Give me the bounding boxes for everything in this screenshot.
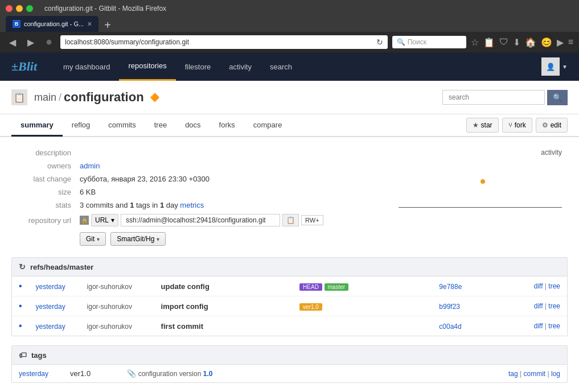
gear-icon: ⚙ [542, 121, 548, 129]
repo-search-input[interactable] [442, 90, 545, 105]
diff-link[interactable]: diff [534, 322, 543, 330]
copy-url-button[interactable]: 📋 [282, 214, 299, 226]
tab-summary[interactable]: summary [11, 115, 63, 137]
edit-label: edit [551, 121, 561, 129]
active-tab[interactable]: B configuration.git - G... × [6, 16, 98, 32]
commit-dot-icon: • [19, 321, 22, 331]
smartgit-label: SmartGit/Hg [117, 235, 154, 243]
last-change-row: last change суббота, января 23, 2016 23:… [11, 175, 381, 183]
star-button[interactable]: ★ star [466, 118, 499, 133]
nav-filestore[interactable]: filestore [176, 52, 220, 81]
tab-forks[interactable]: forks [210, 115, 244, 137]
app-logo[interactable]: ±Blit [11, 59, 37, 74]
nav-activity[interactable]: activity [220, 52, 261, 81]
browser-tabs: B configuration.git - G... × + [6, 16, 573, 32]
new-tab-button[interactable]: + [100, 19, 116, 32]
youtube-icon[interactable]: ▶ [557, 37, 564, 48]
menu-icon[interactable]: ≡ [568, 37, 573, 47]
back-button[interactable]: ◀ [6, 37, 19, 48]
owners-value: admin [80, 162, 381, 170]
commit-author: igor-suhorukov [87, 283, 132, 291]
shield-icon[interactable]: 🛡 [499, 37, 508, 47]
home-button[interactable]: ⊕ [42, 38, 56, 46]
refs-section: ↻ refs/heads/master • yesterday igor-suh… [11, 257, 568, 336]
repo-owner[interactable]: main [34, 92, 56, 104]
maximize-button[interactable] [26, 5, 33, 12]
browser-title: configuration.git - Gitblit - Mozilla Fi… [44, 5, 166, 13]
breadcrumb-separator: / [59, 92, 61, 104]
commit-date[interactable]: yesterday [36, 283, 65, 291]
download-icon[interactable]: ⬇ [513, 37, 520, 48]
activity-title: activity [399, 148, 562, 156]
url-type-button[interactable]: URL ▾ [91, 214, 118, 226]
tree-link[interactable]: tree [548, 322, 560, 330]
tab-close-icon[interactable]: × [87, 19, 92, 28]
diff-link[interactable]: diff [534, 282, 543, 290]
rss-icon[interactable]: 🔶 [150, 93, 159, 102]
address-text: localhost:8080/summary/configuration.git [65, 38, 374, 46]
tag-name: ver1.0 [70, 369, 91, 378]
home-icon2[interactable]: 🏠 [525, 37, 536, 48]
git-clone-button[interactable]: Git ▾ [80, 232, 106, 246]
close-button[interactable] [6, 5, 13, 12]
chevron-down-icon: ▼ [562, 64, 568, 70]
smartgit-button[interactable]: SmartGit/Hg ▾ [110, 232, 166, 246]
user-menu[interactable]: 👤 ▼ [541, 57, 568, 76]
commit-hash[interactable]: b99f23 [439, 303, 460, 311]
bookmark-icon[interactable]: ☆ [471, 37, 479, 48]
browser-buttons [6, 5, 33, 12]
repo-tabs: summary reflog commits tree docs forks c… [0, 114, 579, 137]
minimize-button[interactable] [16, 5, 23, 12]
address-bar[interactable]: localhost:8080/summary/configuration.git… [60, 35, 388, 49]
badge-master[interactable]: master [325, 283, 349, 291]
activity-baseline [399, 207, 562, 208]
nav-repositories[interactable]: repositories [119, 52, 175, 81]
logo-text: Blit [18, 59, 37, 73]
metrics-link[interactable]: metrics [180, 201, 204, 209]
nav-dashboard[interactable]: my dashboard [54, 52, 119, 81]
commit-date[interactable]: yesterday [36, 323, 65, 331]
description-row: description [11, 148, 381, 157]
tag-link[interactable]: tag [508, 370, 518, 378]
fork-button[interactable]: ⑂ fork [502, 118, 532, 133]
refs-title: refs/heads/master [30, 263, 93, 271]
tab-reflog[interactable]: reflog [63, 115, 100, 137]
tag-date[interactable]: yesterday [19, 370, 48, 378]
tab-favicon: B [13, 20, 20, 28]
breadcrumb: 📋 main / configuration 🔶 [11, 89, 159, 105]
repo-name[interactable]: configuration [64, 90, 144, 105]
chevron-down-icon: ▾ [97, 236, 100, 242]
tab-compare[interactable]: compare [244, 115, 291, 137]
repo-header: 📋 main / configuration 🔶 🔍 [0, 81, 579, 114]
emoji-icon[interactable]: 😊 [541, 37, 552, 48]
url-input[interactable] [121, 214, 280, 226]
diff-link[interactable]: diff [534, 302, 543, 310]
edit-button[interactable]: ⚙ edit [536, 118, 568, 133]
commit-message: update config [161, 282, 210, 291]
commit-link[interactable]: commit [524, 370, 546, 378]
commit-hash[interactable]: 9e788e [439, 283, 462, 291]
url-row: repository url 🔒 URL ▾ 📋 RW+ [11, 214, 381, 226]
commit-date[interactable]: yesterday [36, 303, 65, 311]
reading-icon[interactable]: 📋 [483, 37, 495, 48]
forward-button[interactable]: ▶ [24, 37, 38, 48]
fork-label: fork [515, 121, 526, 129]
tab-tree[interactable]: tree [145, 115, 176, 137]
log-link[interactable]: log [551, 370, 560, 378]
repo-search-button[interactable]: 🔍 [547, 90, 568, 105]
commit-hash[interactable]: c00a4d [439, 323, 461, 331]
tab-docs[interactable]: docs [176, 115, 210, 137]
commit-message: import config [161, 302, 208, 311]
tree-link[interactable]: tree [548, 302, 560, 310]
owner-link[interactable]: admin [80, 162, 100, 170]
tab-commits[interactable]: commits [99, 115, 145, 137]
tab-actions: ★ star ⑂ fork ⚙ edit [466, 114, 568, 136]
badge-ver[interactable]: ver1.0 [299, 303, 322, 311]
tree-link[interactable]: tree [548, 282, 560, 290]
browser-search-bar[interactable]: 🔍 Поиск [392, 36, 466, 48]
tags-header: 🏷 tags [12, 346, 567, 365]
reload-icon[interactable]: ↻ [376, 38, 383, 47]
nav-search[interactable]: search [261, 52, 301, 81]
owners-label: owners [11, 162, 80, 170]
content-area: description owners admin last change суб… [0, 137, 579, 392]
